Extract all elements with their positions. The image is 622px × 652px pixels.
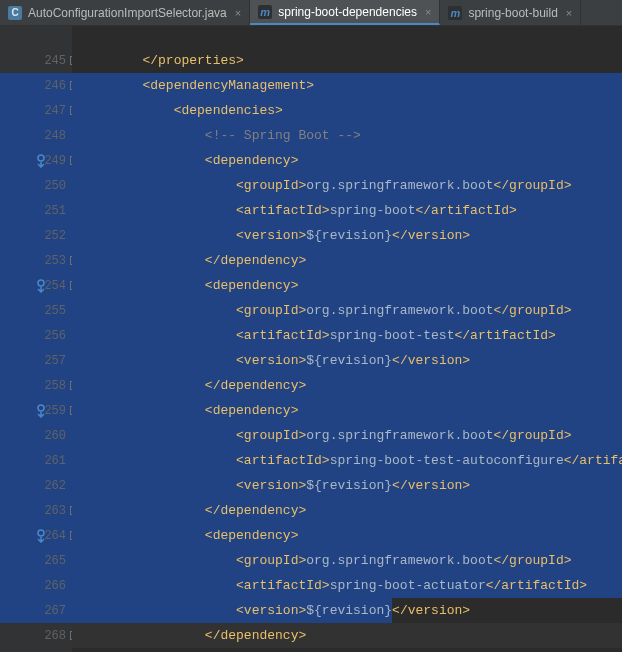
- gutter-line[interactable]: 266: [0, 573, 72, 598]
- class-file-icon: C: [8, 6, 22, 20]
- gutter-line[interactable]: 260: [0, 423, 72, 448]
- token-tag: </version>: [392, 603, 470, 618]
- token-tag: <dependency>: [205, 528, 299, 543]
- code-line[interactable]: </properties>: [72, 48, 622, 73]
- token-tag: <artifactId>: [236, 328, 330, 343]
- code-line[interactable]: <dependency>: [72, 523, 622, 548]
- code-line[interactable]: <artifactId>spring-boot-test-autoconfigu…: [72, 448, 622, 473]
- implementing-method-icon[interactable]: [34, 279, 48, 293]
- gutter-line[interactable]: 249: [0, 148, 72, 173]
- gutter-line[interactable]: 263: [0, 498, 72, 523]
- code-line[interactable]: <dependencies>: [72, 98, 622, 123]
- code-line[interactable]: </dependency>: [72, 373, 622, 398]
- indent: [80, 178, 236, 193]
- implementing-method-icon[interactable]: [34, 529, 48, 543]
- token-tag: </version>: [392, 353, 470, 368]
- gutter-line[interactable]: 247: [0, 98, 72, 123]
- gutter-line[interactable]: 264: [0, 523, 72, 548]
- token-text: spring-boot-test-autoconfigure: [330, 453, 564, 468]
- gutter-line[interactable]: 246: [0, 73, 72, 98]
- token-tag: <artifactId>: [236, 453, 330, 468]
- code-line[interactable]: <version>${revision}</version>: [72, 348, 622, 373]
- line-number: 261: [44, 454, 66, 468]
- gutter-line[interactable]: 262: [0, 473, 72, 498]
- gutter: 2452462472482492502512522532542552562572…: [0, 26, 72, 652]
- line-number: 256: [44, 329, 66, 343]
- indent: [80, 528, 205, 543]
- gutter-line[interactable]: 267: [0, 598, 72, 623]
- gutter-line[interactable]: 257: [0, 348, 72, 373]
- code-editor[interactable]: </properties> <dependencyManagement> <de…: [72, 26, 622, 652]
- line-number: 246: [44, 79, 66, 93]
- code-line[interactable]: <dependencyManagement>: [72, 73, 622, 98]
- code-line[interactable]: </dependency>: [72, 498, 622, 523]
- gutter-line[interactable]: 250: [0, 173, 72, 198]
- code-line[interactable]: </dependency>: [72, 623, 622, 648]
- gutter-line[interactable]: 253: [0, 248, 72, 273]
- implementing-method-icon[interactable]: [34, 404, 48, 418]
- gutter-line[interactable]: 255: [0, 298, 72, 323]
- line-number: 262: [44, 479, 66, 493]
- code-line[interactable]: <artifactId>spring-boot-test</artifactId…: [72, 323, 622, 348]
- token-tag: <groupId>: [236, 178, 306, 193]
- gutter-line[interactable]: 248: [0, 123, 72, 148]
- line-number: 263: [44, 504, 66, 518]
- code-line[interactable]: <version>${revision}</version>: [72, 598, 622, 623]
- line-number: 267: [44, 604, 66, 618]
- close-icon[interactable]: ×: [566, 7, 572, 19]
- close-icon[interactable]: ×: [425, 6, 431, 18]
- code-line[interactable]: <artifactId>spring-boot-actuator</artifa…: [72, 573, 622, 598]
- code-line[interactable]: <version>${revision}</version>: [72, 473, 622, 498]
- token-tag: <groupId>: [236, 303, 306, 318]
- indent: [80, 553, 236, 568]
- code-line[interactable]: <artifactId>spring-boot</artifactId>: [72, 198, 622, 223]
- maven-file-icon: m: [258, 5, 272, 19]
- token-var: ${revision}: [306, 603, 392, 618]
- code-line[interactable]: <version>${revision}</version>: [72, 223, 622, 248]
- editor-tab-0[interactable]: CAutoConfigurationImportSelector.java×: [0, 0, 250, 25]
- indent: [80, 303, 236, 318]
- token-tag: </dependency>: [205, 503, 306, 518]
- gutter-line[interactable]: 261: [0, 448, 72, 473]
- code-line[interactable]: <groupId>org.springframework.boot</group…: [72, 298, 622, 323]
- tab-label: spring-boot-dependencies: [278, 5, 417, 19]
- token-text: spring-boot: [330, 203, 416, 218]
- gutter-line[interactable]: 245: [0, 48, 72, 73]
- line-number: 268: [44, 629, 66, 643]
- token-tag: <version>: [236, 603, 306, 618]
- code-line[interactable]: <groupId>org.springframework.boot</group…: [72, 423, 622, 448]
- editor-tab-2[interactable]: mspring-boot-build×: [440, 0, 581, 25]
- line-number: 260: [44, 429, 66, 443]
- token-text: org.springframework.boot: [306, 303, 493, 318]
- gutter-line[interactable]: 254: [0, 273, 72, 298]
- gutter-line[interactable]: 252: [0, 223, 72, 248]
- code-line[interactable]: <dependency>: [72, 148, 622, 173]
- token-text: spring-boot-test: [330, 328, 455, 343]
- close-icon[interactable]: ×: [235, 7, 241, 19]
- svg-point-11: [38, 280, 44, 286]
- line-number: 258: [44, 379, 66, 393]
- line-number: 265: [44, 554, 66, 568]
- token-tag: <version>: [236, 228, 306, 243]
- code-line[interactable]: <dependency>: [72, 273, 622, 298]
- indent: [80, 503, 205, 518]
- implementing-method-icon[interactable]: [34, 154, 48, 168]
- code-line[interactable]: </dependency>: [72, 248, 622, 273]
- token-comment: <!-- Spring Boot -->: [205, 128, 361, 143]
- gutter-line[interactable]: 258: [0, 373, 72, 398]
- editor-tab-1[interactable]: mspring-boot-dependencies×: [250, 0, 440, 25]
- gutter-line[interactable]: 268: [0, 623, 72, 648]
- token-tag: </dependency>: [205, 253, 306, 268]
- code-line[interactable]: <groupId>org.springframework.boot</group…: [72, 173, 622, 198]
- gutter-line[interactable]: 251: [0, 198, 72, 223]
- indent: [80, 578, 236, 593]
- code-line[interactable]: <dependency>: [72, 398, 622, 423]
- gutter-line[interactable]: 259: [0, 398, 72, 423]
- code-line[interactable]: <groupId>org.springframework.boot</group…: [72, 548, 622, 573]
- gutter-line[interactable]: 256: [0, 323, 72, 348]
- indent: [80, 603, 236, 618]
- gutter-line[interactable]: 265: [0, 548, 72, 573]
- code-line[interactable]: <!-- Spring Boot -->: [72, 123, 622, 148]
- token-tag: <dependencyManagement>: [142, 78, 314, 93]
- tab-label: AutoConfigurationImportSelector.java: [28, 6, 227, 20]
